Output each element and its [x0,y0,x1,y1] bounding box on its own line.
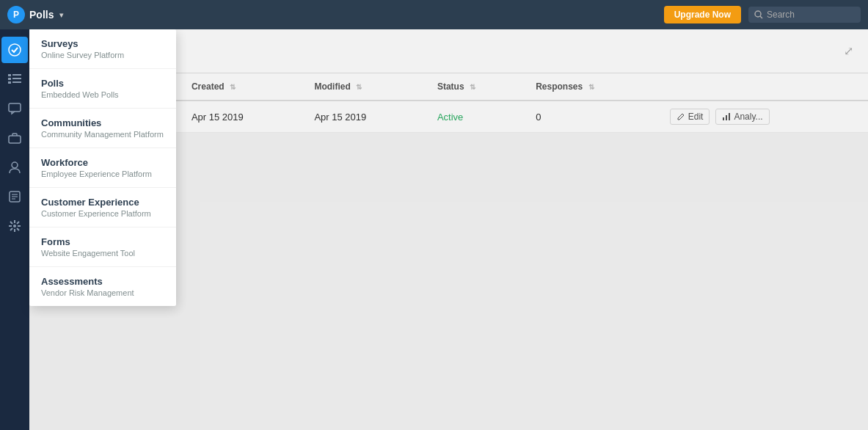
svg-point-16 [13,225,16,227]
dropdown-polls-sub: Embedded Web Polls [41,90,164,99]
dropdown-surveys-title: Surveys [41,38,164,49]
dropdown-forms-title: Forms [41,236,164,247]
dropdown-cx-sub: Customer Experience Platform [41,209,164,218]
asterisk-icon [8,219,21,233]
sidebar-item-communities[interactable] [1,95,28,122]
dropdown-forms-sub: Website Engagement Tool [41,249,164,258]
dropdown-communities-title: Communities [41,117,164,128]
dropdown-surveys-sub: Online Survey Platform [41,51,164,59]
svg-rect-8 [12,81,21,83]
dropdown-item-polls[interactable]: Polls Embedded Web Polls [29,69,176,109]
dropdown-item-forms[interactable]: Forms Website Engagement Tool [29,227,176,267]
upgrade-button[interactable]: Upgrade Now [664,6,741,23]
svg-line-23 [17,222,19,224]
svg-rect-7 [8,81,11,84]
dropdown-assessments-title: Assessments [41,276,164,287]
briefcase-icon [8,132,21,144]
checkmark-icon [8,43,21,57]
dropdown-item-assessments[interactable]: Assessments Vendor Risk Management [29,267,176,306]
top-nav-right: Upgrade Now [664,6,861,23]
svg-rect-3 [8,74,11,76]
list-icon [8,74,21,84]
svg-rect-10 [9,136,21,143]
svg-rect-9 [9,103,21,112]
dropdown-communities-sub: Community Management Platform [41,130,164,139]
sidebar-item-workforce[interactable] [1,125,28,151]
top-nav: P Polls ▾ Upgrade Now [0,0,868,29]
dropdown-cx-title: Customer Experience [41,197,164,208]
svg-point-0 [755,11,761,17]
search-input[interactable] [767,10,855,20]
dropdown-item-cx[interactable]: Customer Experience Customer Experience … [29,188,176,227]
svg-line-1 [760,16,762,18]
search-icon [754,10,763,19]
sidebar-item-surveys[interactable] [1,37,28,63]
dropdown-item-surveys[interactable]: Surveys Online Survey Platform [29,29,176,69]
layout: Surveys Online Survey Platform Polls Emb… [0,29,868,430]
svg-point-11 [12,162,18,168]
svg-line-22 [17,228,19,230]
sidebar-item-forms[interactable] [1,183,28,210]
dropdown-item-workforce[interactable]: Workforce Employee Experience Platform [29,148,176,188]
search-box [748,7,861,23]
logo-icon: P [7,6,25,23]
svg-rect-6 [12,78,21,79]
svg-rect-5 [8,78,11,80]
dropdown-workforce-sub: Employee Experience Platform [41,170,164,178]
sidebar [0,29,29,430]
dropdown-menu: Surveys Online Survey Platform Polls Emb… [29,29,176,306]
dropdown-workforce-title: Workforce [41,157,164,168]
dropdown-polls-title: Polls [41,78,164,89]
nav-dropdown-arrow[interactable]: ▾ [59,11,63,19]
dropdown-assessments-sub: Vendor Risk Management [41,288,164,297]
dropdown-item-communities[interactable]: Communities Community Management Platfor… [29,109,176,148]
app-logo[interactable]: P Polls ▾ [7,6,63,23]
forms-icon [8,190,21,203]
svg-line-21 [10,222,12,224]
person-icon [8,161,21,174]
chat-icon [8,102,21,115]
app-name: Polls [29,9,54,21]
svg-point-2 [9,44,21,56]
sidebar-item-cx[interactable] [1,154,28,181]
svg-line-24 [10,228,12,230]
svg-rect-4 [12,74,21,76]
sidebar-item-assessments[interactable] [1,213,28,239]
sidebar-item-polls[interactable] [1,66,28,92]
